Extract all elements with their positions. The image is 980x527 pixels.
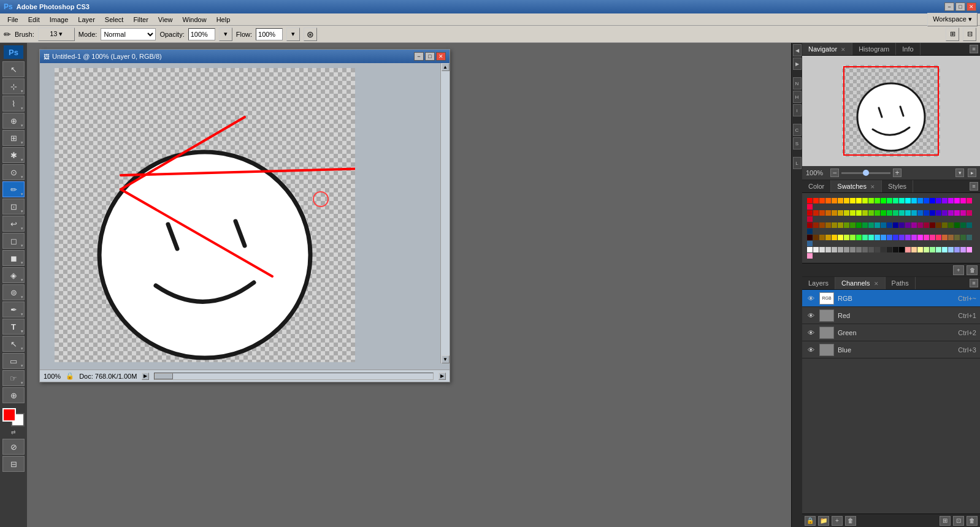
layer-lock-btn[interactable]: 🔒 [805,516,816,526]
zoom-tool-btn[interactable]: ⊕ [2,387,25,403]
swatch-cell[interactable] [825,222,831,228]
swatch-cell[interactable] [832,222,837,228]
close-button[interactable]: ✕ [967,2,976,11]
style-icon[interactable]: S [793,137,802,150]
swatch-cell[interactable] [930,210,935,216]
swatch-cell[interactable] [911,235,917,240]
swatch-cell[interactable] [807,198,813,203]
swatch-cell[interactable] [832,235,837,240]
swatch-cell[interactable] [856,222,862,228]
swatch-cell[interactable] [868,235,874,240]
swatches-close-icon[interactable]: ✕ [870,184,875,190]
swatch-cell[interactable] [850,222,856,228]
swatch-cell[interactable] [924,222,929,228]
swatch-cell[interactable] [948,210,954,216]
swatch-cell[interactable] [936,235,941,240]
nav-more-icon[interactable]: ▸ [968,169,976,177]
text-tool-btn[interactable]: T [2,319,25,335]
swatch-cell[interactable] [899,210,905,216]
swatch-cell[interactable] [930,247,935,252]
menu-file[interactable]: File [2,15,23,25]
swatch-cell[interactable] [887,210,892,216]
swatch-cell[interactable] [967,210,972,216]
swatch-cell[interactable] [924,247,929,252]
swatch-cell[interactable] [868,198,874,203]
swatch-cell[interactable] [813,210,819,216]
swatch-cell[interactable] [893,222,898,228]
swatch-cell[interactable] [899,235,905,240]
swatch-cell[interactable] [875,222,880,228]
workspace-button[interactable]: Workspace ▾ [927,13,978,26]
swatch-cell[interactable] [899,247,905,252]
swatch-cell[interactable] [875,247,880,252]
swatch-cell[interactable] [819,247,825,252]
swatch-cell[interactable] [942,247,947,252]
swatch-cell[interactable] [948,247,954,252]
swatch-cell[interactable] [917,235,923,240]
swatch-cell[interactable] [838,247,843,252]
tab-navigator[interactable]: Navigator ✕ [802,43,852,55]
swatch-cell[interactable] [917,247,923,252]
nav-close-icon[interactable]: ✕ [841,47,846,53]
zoom-slider[interactable] [841,172,890,174]
swatch-cell[interactable] [936,247,941,252]
eraser-tool-btn[interactable]: ◻ [2,233,25,249]
swatch-cell[interactable] [924,235,929,240]
swatch-cell[interactable] [954,235,960,240]
info-icon[interactable]: i [793,104,802,116]
swatch-cell[interactable] [825,235,831,240]
swatch-cell[interactable] [862,247,868,252]
channel-row-blue[interactable]: 👁 Blue Ctrl+3 [802,341,980,358]
swatch-cell[interactable] [807,229,813,234]
swatch-cell[interactable] [850,235,856,240]
swatch-cell[interactable] [819,222,825,228]
pen-tool-btn[interactable]: ✒ [2,301,25,317]
brush-tool-btn[interactable]: ✏ [2,181,25,197]
swatch-cell[interactable] [868,222,874,228]
swatch-cell[interactable] [881,235,886,240]
zoom-thumb[interactable] [863,170,869,176]
swatch-cell[interactable] [887,198,892,203]
swatch-cell[interactable] [911,198,917,203]
lasso-tool-btn[interactable]: ⌇ [2,96,25,112]
channel-row-red[interactable]: 👁 Red Ctrl+1 [802,307,980,324]
tab-histogram[interactable]: Histogram [852,43,896,55]
layer-add-btn[interactable]: + [832,516,843,526]
tab-paths[interactable]: Paths [886,277,916,289]
swatch-cell[interactable] [911,247,917,252]
swatch-cell[interactable] [807,222,813,228]
tab-layers[interactable]: Layers [802,277,835,289]
swatch-cell[interactable] [875,235,880,240]
zoom-in-btn[interactable]: + [893,169,902,177]
swatch-cell[interactable] [862,210,868,216]
menu-edit[interactable]: Edit [23,15,45,25]
swatch-cell[interactable] [967,198,972,203]
swatch-cell[interactable] [862,235,868,240]
swatch-cell[interactable] [813,198,819,203]
swatch-cell[interactable] [825,198,831,203]
quick-select-btn[interactable]: ⊕ [2,113,25,129]
swatch-cell[interactable] [905,247,911,252]
swatch-cell[interactable] [887,222,892,228]
swatch-cell[interactable] [819,235,825,240]
canvas-container[interactable] [52,66,414,366]
stamp-tool-btn[interactable]: ⊡ [2,199,25,214]
swatch-cell[interactable] [893,235,898,240]
swatch-cell[interactable] [942,222,947,228]
swatch-cell[interactable] [967,247,972,252]
eye-blue[interactable]: 👁 [806,345,816,355]
swatch-cell[interactable] [930,222,935,228]
menu-help[interactable]: Help [212,15,235,25]
doc-minimize-btn[interactable]: − [414,52,424,61]
tab-swatches[interactable]: Swatches ✕ [831,180,882,192]
swatch-cell[interactable] [856,247,862,252]
swatch-cell[interactable] [893,210,898,216]
swatch-cell[interactable] [881,222,886,228]
tab-channels[interactable]: Channels ✕ [835,277,886,289]
vertical-scrollbar[interactable]: ▲ ▼ [440,63,450,363]
option2-btn[interactable]: ⊟ [963,28,976,41]
swatch-cell[interactable] [844,222,849,228]
healing-btn[interactable]: ⊙ [2,164,25,180]
swatch-cell[interactable] [832,210,837,216]
swatch-cell[interactable] [807,204,813,210]
